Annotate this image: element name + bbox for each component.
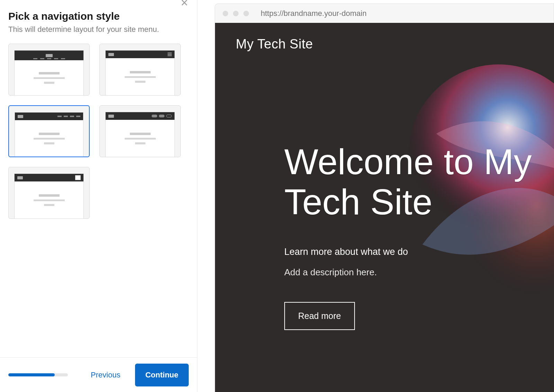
hero-section: Welcome to My Tech Site Learn more about… — [284, 142, 533, 330]
hamburger-icon — [75, 175, 81, 180]
nav-style-option-light-hamburger[interactable] — [8, 167, 90, 219]
browser-chrome: https://brandname.your-domain — [215, 3, 554, 23]
wizard-footer: Previous Continue — [0, 357, 197, 392]
hero-subheading: Learn more about what we do — [284, 247, 533, 257]
nav-style-option-hamburger[interactable] — [99, 44, 181, 96]
progress-bar — [8, 373, 68, 376]
window-dot-icon — [243, 11, 249, 16]
previous-button[interactable]: Previous — [84, 366, 127, 384]
wizard-panel: × Pick a navigation style This will dete… — [0, 0, 197, 392]
site-title: My Tech Site — [236, 37, 533, 52]
continue-button[interactable]: Continue — [135, 364, 189, 386]
read-more-button[interactable]: Read more — [284, 302, 355, 330]
window-dot-icon — [223, 11, 228, 16]
window-dot-icon — [233, 11, 239, 16]
hero-heading: Welcome to My Tech Site — [284, 142, 533, 222]
close-icon[interactable]: × — [181, 0, 188, 9]
site-inner: My Tech Site Welcome to My Tech Site Lea… — [215, 23, 554, 392]
nav-style-option-centered[interactable] — [8, 44, 90, 96]
hamburger-icon — [168, 53, 172, 56]
url-bar: https://brandname.your-domain — [261, 9, 367, 18]
hero-description: Add a description here. — [284, 267, 533, 278]
panel-subtitle: This will determine layout for your site… — [8, 25, 189, 34]
progress-fill — [8, 373, 55, 376]
panel-content: Pick a navigation style This will determ… — [0, 0, 197, 357]
preview-panel: https://brandname.your-domain — [197, 0, 554, 392]
nav-style-option-links-right[interactable] — [8, 105, 90, 157]
site-preview: My Tech Site Welcome to My Tech Site Lea… — [215, 23, 554, 392]
nav-style-option-pills[interactable] — [99, 105, 181, 157]
nav-style-grid — [8, 44, 189, 219]
panel-title: Pick a navigation style — [8, 10, 189, 22]
